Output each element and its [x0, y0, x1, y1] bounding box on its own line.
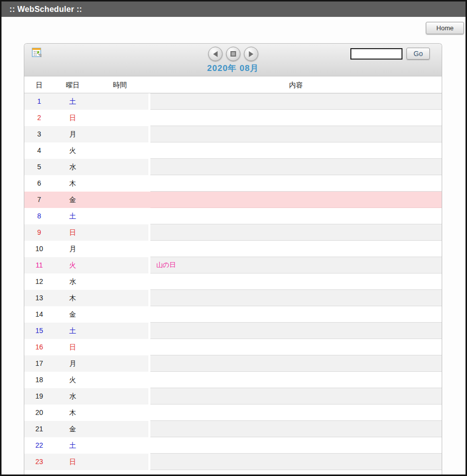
table-row[interactable]: 20 木	[24, 405, 442, 421]
column-header-day: 日	[24, 76, 54, 93]
day-cell: 15	[24, 323, 54, 339]
time-cell	[91, 339, 148, 355]
weekday-cell: 火	[54, 372, 91, 388]
weekday-cell: 日	[54, 224, 91, 241]
weekday-cell: 日	[54, 110, 91, 126]
time-cell	[91, 175, 148, 192]
table-row[interactable]: 21 金	[24, 421, 442, 437]
table-row[interactable]: 9 日	[24, 224, 442, 241]
day-cell: 2	[24, 110, 54, 126]
day-cell: 17	[24, 355, 54, 372]
content-cell	[150, 93, 442, 110]
day-cell: 22	[24, 437, 54, 454]
next-month-icon	[249, 51, 253, 57]
weekday-cell: 月	[54, 241, 91, 257]
table-row[interactable]: 2 日	[24, 110, 442, 126]
weekday-cell: 金	[54, 192, 91, 208]
table-row[interactable]: 24 月	[24, 470, 442, 476]
table-row[interactable]: 1 土	[24, 93, 442, 110]
content-cell	[150, 126, 442, 142]
table-row[interactable]: 11 火 山の日	[24, 257, 442, 273]
column-header-time: 時間	[91, 76, 148, 93]
day-cell: 20	[24, 405, 54, 421]
content-cell	[150, 192, 442, 208]
column-header-content: 内容	[150, 76, 442, 93]
day-cell: 21	[24, 421, 54, 437]
table-row[interactable]: 22 土	[24, 437, 442, 454]
current-month-button[interactable]	[226, 47, 240, 61]
search-area: Go	[350, 48, 430, 60]
content-cell	[150, 405, 442, 421]
day-cell: 3	[24, 126, 54, 142]
schedule-rows: 1 土 2 日 3 月 4 火 5 水 6 木	[24, 93, 442, 476]
table-row[interactable]: 18 火	[24, 372, 442, 388]
weekday-cell: 月	[54, 470, 91, 476]
time-cell	[91, 454, 148, 470]
scheduler-header: 2020年 08月 Go	[24, 44, 442, 76]
time-cell	[91, 192, 148, 208]
current-month-icon	[230, 51, 236, 57]
table-row[interactable]: 6 木	[24, 175, 442, 192]
time-cell	[91, 273, 148, 290]
time-cell	[91, 142, 148, 159]
content-cell	[150, 110, 442, 126]
day-cell: 14	[24, 306, 54, 323]
time-cell	[91, 372, 148, 388]
table-row[interactable]: 23 日	[24, 454, 442, 470]
content-cell	[150, 470, 442, 476]
table-row[interactable]: 3 月	[24, 126, 442, 142]
time-cell	[91, 110, 148, 126]
weekday-cell: 金	[54, 421, 91, 437]
time-cell	[91, 388, 148, 405]
day-cell: 4	[24, 142, 54, 159]
scheduler-panel: 2020年 08月 Go 日 曜日 時間 内容 1 土 2 日 3 月	[24, 43, 442, 476]
home-button[interactable]: Home	[426, 22, 464, 34]
table-row[interactable]: 14 金	[24, 306, 442, 323]
weekday-cell: 月	[54, 355, 91, 372]
day-cell: 9	[24, 224, 54, 241]
content-cell	[150, 306, 442, 323]
next-month-button[interactable]	[244, 47, 258, 61]
app-window: :: WebScheduler :: Home	[0, 0, 467, 476]
table-row[interactable]: 19 水	[24, 388, 442, 405]
weekday-cell: 土	[54, 437, 91, 454]
previous-month-button[interactable]	[208, 47, 222, 61]
table-row[interactable]: 7 金	[24, 192, 442, 208]
table-header: 日 曜日 時間 内容	[24, 76, 442, 93]
time-cell	[91, 405, 148, 421]
table-row[interactable]: 15 土	[24, 323, 442, 339]
day-cell: 12	[24, 273, 54, 290]
day-cell: 8	[24, 208, 54, 224]
calendar-icon[interactable]	[32, 48, 42, 58]
table-row[interactable]: 10 月	[24, 241, 442, 257]
content-cell	[150, 437, 442, 454]
content-cell	[150, 273, 442, 290]
table-row[interactable]: 12 水	[24, 273, 442, 290]
weekday-cell: 木	[54, 405, 91, 421]
weekday-cell: 水	[54, 159, 91, 175]
weekday-cell: 土	[54, 208, 91, 224]
weekday-cell: 水	[54, 388, 91, 405]
time-cell	[91, 224, 148, 241]
go-button[interactable]: Go	[406, 48, 430, 60]
table-row[interactable]: 17 月	[24, 355, 442, 372]
day-cell: 6	[24, 175, 54, 192]
table-row[interactable]: 4 火	[24, 142, 442, 159]
search-input[interactable]	[350, 48, 402, 60]
table-row[interactable]: 13 木	[24, 290, 442, 306]
content-cell	[150, 175, 442, 192]
column-header-weekday: 曜日	[54, 76, 91, 93]
table-row[interactable]: 5 水	[24, 159, 442, 175]
time-cell	[91, 421, 148, 437]
weekday-cell: 土	[54, 93, 91, 110]
content-cell	[150, 372, 442, 388]
weekday-cell: 日	[54, 454, 91, 470]
home-button-row: Home	[1, 17, 466, 35]
weekday-cell: 水	[54, 273, 91, 290]
table-row[interactable]: 16 日	[24, 339, 442, 355]
previous-month-icon	[213, 51, 217, 57]
table-row[interactable]: 8 土	[24, 208, 442, 224]
content-cell	[150, 454, 442, 470]
weekday-cell: 土	[54, 323, 91, 339]
weekday-cell: 月	[54, 126, 91, 142]
